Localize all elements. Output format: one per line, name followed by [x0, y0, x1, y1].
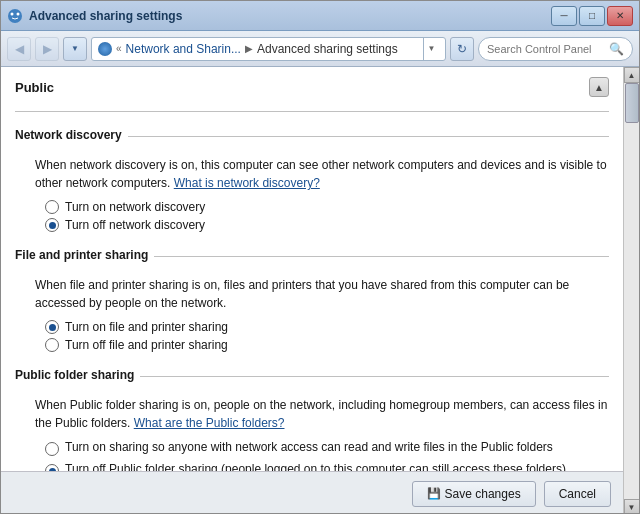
- public-section-title: Public: [15, 80, 54, 95]
- cancel-button[interactable]: Cancel: [544, 481, 611, 507]
- addressbar: ◀ ▶ ▼ « Network and Sharin... ▶ Advanced…: [1, 31, 639, 67]
- search-icon: 🔍: [609, 42, 624, 56]
- main-content: Public ▲ Network discovery When network …: [1, 67, 639, 514]
- back-button[interactable]: ◀: [7, 37, 31, 61]
- divider-line: [128, 136, 609, 137]
- public-folder-description: When Public folder sharing is on, people…: [35, 396, 609, 432]
- file-printer-sharing-section: File and printer sharing When file and p…: [15, 244, 609, 352]
- network-discovery-option-0[interactable]: Turn on network discovery: [45, 200, 609, 214]
- scrollbar: ▲ ▼: [623, 67, 639, 514]
- scroll-thumb[interactable]: [625, 83, 639, 123]
- network-discovery-option-1[interactable]: Turn off network discovery: [45, 218, 609, 232]
- radio-btn-1[interactable]: [45, 218, 59, 232]
- svg-point-2: [17, 12, 20, 15]
- file-printer-heading-row: File and printer sharing: [15, 244, 609, 268]
- close-button[interactable]: ✕: [607, 6, 633, 26]
- network-discovery-heading-row: Network discovery: [15, 124, 609, 148]
- public-folder-heading: Public folder sharing: [15, 368, 134, 382]
- search-input[interactable]: [487, 43, 605, 55]
- svg-point-1: [11, 12, 14, 15]
- content-area: Public ▲ Network discovery When network …: [1, 67, 623, 514]
- breadcrumb: « Network and Sharin... ▶ Advanced shari…: [91, 37, 446, 61]
- network-icon: [98, 42, 112, 56]
- file-printer-description: When file and printer sharing is on, fil…: [35, 276, 609, 312]
- save-changes-button[interactable]: 💾 Save changes: [412, 481, 536, 507]
- dropdown-button[interactable]: ▼: [63, 37, 87, 61]
- divider-line-2: [154, 256, 609, 257]
- network-discovery-heading: Network discovery: [15, 128, 122, 142]
- public-folder-option-0[interactable]: Turn on sharing so anyone with network a…: [45, 440, 609, 456]
- content-wrapper: Public ▲ Network discovery When network …: [1, 67, 623, 514]
- radio-fp-btn-0[interactable]: [45, 320, 59, 334]
- scroll-down-button[interactable]: ▼: [624, 499, 640, 514]
- public-folder-link[interactable]: What are the Public folders?: [134, 416, 285, 430]
- save-icon: 💾: [427, 487, 441, 500]
- breadcrumb-dropdown[interactable]: ▼: [423, 37, 439, 61]
- file-printer-option-0[interactable]: Turn on file and printer sharing: [45, 320, 609, 334]
- svg-point-0: [8, 9, 22, 23]
- network-discovery-section: Network discovery When network discovery…: [15, 124, 609, 232]
- radio-btn-0[interactable]: [45, 200, 59, 214]
- breadcrumb-part1[interactable]: Network and Sharin...: [126, 42, 241, 56]
- collapse-button[interactable]: ▲: [589, 77, 609, 97]
- outer-divider: [15, 111, 609, 112]
- radio-fp-btn-1[interactable]: [45, 338, 59, 352]
- forward-button[interactable]: ▶: [35, 37, 59, 61]
- refresh-button[interactable]: ↻: [450, 37, 474, 61]
- search-box[interactable]: 🔍: [478, 37, 633, 61]
- maximize-button[interactable]: □: [579, 6, 605, 26]
- minimize-button[interactable]: ─: [551, 6, 577, 26]
- network-discovery-description: When network discovery is on, this compu…: [35, 156, 609, 192]
- file-printer-option-1[interactable]: Turn off file and printer sharing: [45, 338, 609, 352]
- public-section-header: Public ▲: [15, 77, 609, 101]
- radio-pf-btn-0[interactable]: [45, 442, 59, 456]
- divider-line-3: [140, 376, 609, 377]
- scroll-track[interactable]: [624, 83, 639, 499]
- scroll-up-button[interactable]: ▲: [624, 67, 640, 83]
- public-folder-sharing-section: Public folder sharing When Public folder…: [15, 364, 609, 478]
- file-printer-heading: File and printer sharing: [15, 248, 148, 262]
- bottom-bar: 💾 Save changes Cancel: [1, 471, 623, 514]
- window-controls: ─ □ ✕: [551, 6, 633, 26]
- titlebar: Advanced sharing settings ─ □ ✕: [1, 1, 639, 31]
- titlebar-title: Advanced sharing settings: [29, 9, 182, 23]
- network-discovery-link[interactable]: What is network discovery?: [174, 176, 320, 190]
- breadcrumb-part2: Advanced sharing settings: [257, 42, 398, 56]
- public-folder-heading-row: Public folder sharing: [15, 364, 609, 388]
- window-icon: [7, 8, 23, 24]
